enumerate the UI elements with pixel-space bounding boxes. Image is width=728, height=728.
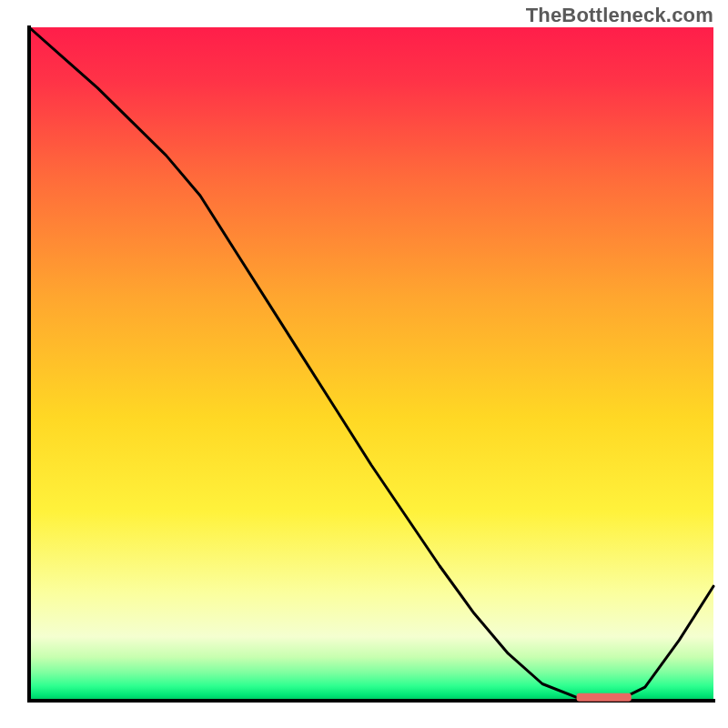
chart-stage: TheBottleneck.com <box>0 0 728 728</box>
bottleneck-chart <box>0 0 728 728</box>
optimal-range-marker <box>577 693 632 702</box>
gradient-background <box>29 27 713 701</box>
